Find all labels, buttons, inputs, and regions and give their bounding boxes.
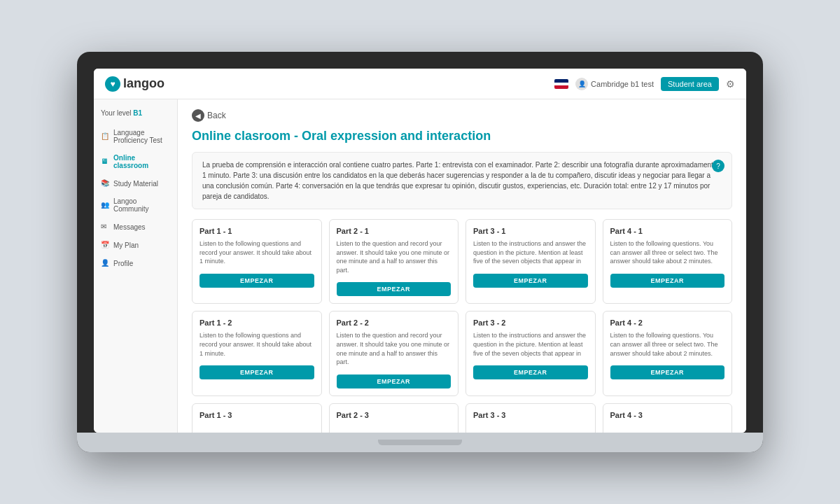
settings-icon[interactable]: ⚙ xyxy=(726,78,735,90)
part-card-desc xyxy=(610,424,725,433)
part-card-desc: Listen to the instructions and answer th… xyxy=(473,239,588,266)
sidebar-item-messages[interactable]: ✉ Messages xyxy=(94,218,177,236)
sidebar-label-profile: Profile xyxy=(113,260,133,267)
community-icon: 👥 xyxy=(101,201,109,209)
part-card-6: Part 2 - 2 Listen to the question and re… xyxy=(329,311,459,396)
part-card-title: Part 4 - 3 xyxy=(610,411,725,419)
student-area-button[interactable]: Student area xyxy=(661,77,719,91)
level-badge: B1 xyxy=(133,109,142,117)
part-card-9: Part 1 - 3 EMPEZAR xyxy=(192,403,322,433)
part-card-title: Part 2 - 1 xyxy=(337,227,451,235)
part-card-desc xyxy=(200,424,314,433)
classroom-icon: 🖥 xyxy=(101,158,109,166)
part-card-12: Part 4 - 3 EMPEZAR xyxy=(603,403,733,433)
sidebar-label-classroom: Online classroom xyxy=(113,154,170,169)
back-button[interactable]: ◀ Back xyxy=(192,109,732,122)
description-text: La prueba de comprensión e interacción o… xyxy=(202,161,717,200)
part-card-2: Part 2 - 1 Listen to the question and re… xyxy=(329,219,459,304)
part-card-title: Part 3 - 3 xyxy=(473,411,588,419)
study-icon: 📚 xyxy=(101,179,109,188)
sidebar-item-profile[interactable]: 👤 Profile xyxy=(94,254,177,272)
empezar-button-1[interactable]: EMPEZAR xyxy=(200,274,314,288)
top-navigation: ♥ langoo 👤 Cambridge b1 test Student are… xyxy=(94,69,746,99)
sidebar-label-test: Language Proficiency Test xyxy=(113,129,170,144)
empezar-button-8[interactable]: EMPEZAR xyxy=(610,365,725,379)
sidebar-item-langoo-community[interactable]: 👥 Langoo Community xyxy=(94,192,177,218)
logo: ♥ langoo xyxy=(105,76,554,92)
sidebar-label-community: Langoo Community xyxy=(113,197,170,213)
part-card-desc: Listen to the following questions. You c… xyxy=(610,239,725,266)
part-card-desc: Listen to the instructions and answer th… xyxy=(473,331,588,358)
empezar-button-3[interactable]: EMPEZAR xyxy=(473,274,588,288)
sidebar-item-study-material[interactable]: 📚 Study Material xyxy=(94,174,177,192)
empezar-button-5[interactable]: EMPEZAR xyxy=(200,365,314,379)
part-card-10: Part 2 - 3 EMPEZAR xyxy=(329,403,459,433)
part-card-desc: Listen to the question and record your a… xyxy=(337,331,451,366)
sidebar-label-messages: Messages xyxy=(113,223,146,231)
page-title: Online clasroom - Oral expression and in… xyxy=(192,129,732,144)
logo-icon: ♥ xyxy=(105,76,120,92)
part-card-desc: Listen to the question and record your a… xyxy=(337,239,451,274)
part-card-desc xyxy=(473,424,588,433)
sidebar-level: Your level B1 xyxy=(94,105,177,124)
back-label: Back xyxy=(207,111,226,120)
sidebar-item-online-classroom[interactable]: 🖥 Online classroom xyxy=(94,149,177,174)
test-icon: 📋 xyxy=(101,132,109,141)
part-card-7: Part 3 - 2 Listen to the instructions an… xyxy=(465,311,596,396)
part-card-11: Part 3 - 3 EMPEZAR xyxy=(465,403,596,433)
plan-icon: 📅 xyxy=(101,241,109,249)
part-card-title: Part 4 - 2 xyxy=(610,318,725,327)
part-card-title: Part 4 - 1 xyxy=(610,227,725,235)
nav-right: 👤 Cambridge b1 test Student area ⚙ xyxy=(554,77,735,91)
empezar-button-7[interactable]: EMPEZAR xyxy=(473,365,588,379)
user-icon: 👤 xyxy=(575,78,588,90)
part-card-title: Part 3 - 2 xyxy=(473,318,588,327)
part-card-desc: Listen to the following questions. You c… xyxy=(610,331,725,358)
part-card-title: Part 3 - 1 xyxy=(473,227,588,235)
page-title-static: Online clasroom - xyxy=(192,129,302,143)
content-area: ◀ Back Online clasroom - Oral expression… xyxy=(178,99,746,433)
page-title-highlight: Oral expression and interaction xyxy=(302,129,491,143)
part-card-title: Part 1 - 1 xyxy=(200,227,314,235)
part-card-title: Part 2 - 3 xyxy=(337,411,451,419)
sidebar-label-study: Study Material xyxy=(113,180,158,188)
part-card-title: Part 1 - 3 xyxy=(200,411,314,419)
logo-text: langoo xyxy=(123,76,164,91)
empezar-button-2[interactable]: EMPEZAR xyxy=(337,282,451,296)
part-card-desc xyxy=(337,424,451,433)
username-label: Cambridge b1 test xyxy=(591,80,654,88)
part-card-title: Part 2 - 2 xyxy=(337,318,451,327)
sidebar: Your level B1 📋 Language Proficiency Tes… xyxy=(94,99,178,433)
nav-user: 👤 Cambridge b1 test xyxy=(575,78,654,90)
part-card-1: Part 1 - 1 Listen to the following quest… xyxy=(192,219,322,304)
part-card-8: Part 4 - 2 Listen to the following quest… xyxy=(603,311,733,396)
empezar-button-4[interactable]: EMPEZAR xyxy=(610,274,725,288)
messages-icon: ✉ xyxy=(101,223,109,231)
part-card-5: Part 1 - 2 Listen to the following quest… xyxy=(192,311,322,396)
sidebar-item-language-proficiency-test[interactable]: 📋 Language Proficiency Test xyxy=(94,124,177,149)
sidebar-item-my-plan[interactable]: 📅 My Plan xyxy=(94,236,177,254)
parts-grid: Part 1 - 1 Listen to the following quest… xyxy=(192,219,732,433)
description-box: La prueba de comprensión e interacción o… xyxy=(192,152,732,209)
sidebar-label-plan: My Plan xyxy=(113,241,139,249)
part-card-desc: Listen to the following questions and re… xyxy=(200,239,314,266)
main-layout: Your level B1 📋 Language Proficiency Tes… xyxy=(94,99,746,433)
part-card-desc: Listen to the following questions and re… xyxy=(200,331,314,358)
flag-icon xyxy=(554,79,568,89)
empezar-button-6[interactable]: EMPEZAR xyxy=(337,374,451,388)
help-icon[interactable]: ? xyxy=(712,160,724,172)
profile-icon: 👤 xyxy=(101,259,109,267)
back-arrow-icon: ◀ xyxy=(192,109,204,122)
part-card-title: Part 1 - 2 xyxy=(200,318,314,327)
part-card-4: Part 4 - 1 Listen to the following quest… xyxy=(603,219,733,304)
part-card-3: Part 3 - 1 Listen to the instructions an… xyxy=(465,219,596,304)
